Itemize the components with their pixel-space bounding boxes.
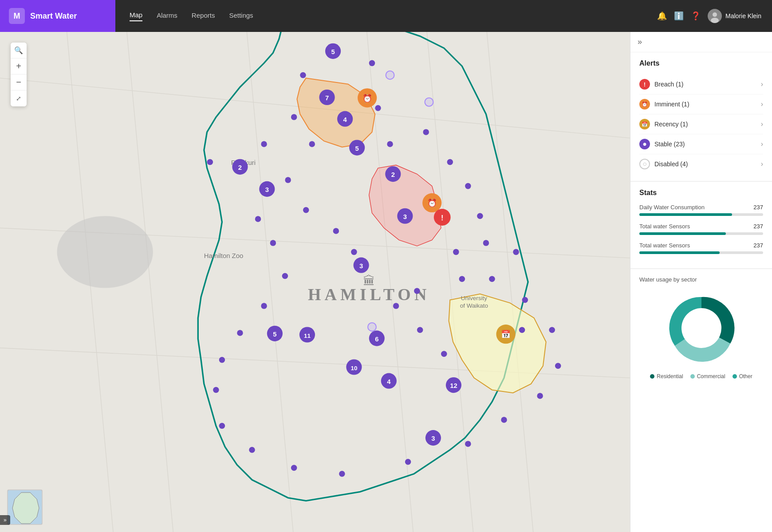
- donut-chart: [662, 288, 741, 368]
- svg-text:3: 3: [431, 435, 435, 442]
- svg-text:3: 3: [403, 213, 407, 220]
- help-icon[interactable]: ❓: [691, 11, 701, 21]
- right-panel: » Alerts ! Breach (1) › ⏰ Imminent (1) ›: [630, 32, 772, 532]
- svg-point-62: [261, 141, 267, 147]
- svg-point-28: [309, 141, 315, 147]
- stats-section: Stats Daily Water Consumption 237 Total …: [630, 181, 772, 268]
- user-info[interactable]: Malorie Klein: [708, 9, 761, 23]
- fullscreen-button[interactable]: ⤢: [11, 90, 27, 106]
- stats-title: Stats: [639, 189, 763, 197]
- svg-point-31: [333, 228, 339, 234]
- stat-total1: Total water Sensors 237: [639, 223, 763, 235]
- chart-title: Water usage by sector: [639, 276, 763, 283]
- alert-disabled[interactable]: ○ Disabled (4) ›: [639, 154, 763, 174]
- stat-total2-value: 237: [753, 242, 763, 249]
- stat-total1-bar-bg: [639, 232, 763, 235]
- search-button[interactable]: 🔍: [11, 43, 27, 59]
- nav-reports[interactable]: Reports: [192, 12, 215, 21]
- svg-text:of Waikato: of Waikato: [460, 302, 488, 309]
- header-right: 🔔 ℹ️ ❓ Malorie Klein: [657, 9, 761, 23]
- map-area[interactable]: 🔍 + − ⤢: [0, 32, 630, 532]
- nav-settings[interactable]: Settings: [229, 12, 253, 21]
- svg-text:3: 3: [359, 262, 363, 270]
- info-icon[interactable]: ℹ️: [674, 11, 684, 21]
- svg-point-27: [375, 105, 381, 111]
- svg-point-34: [423, 129, 429, 135]
- svg-point-66: [417, 327, 423, 333]
- alert-imminent[interactable]: ⏰ Imminent (1) ›: [639, 94, 763, 114]
- svg-point-39: [453, 249, 459, 255]
- brand: M Smart Water: [0, 0, 115, 32]
- svg-text:11: 11: [304, 332, 311, 339]
- mini-map[interactable]: [7, 489, 43, 525]
- stat-total1-header: Total water Sensors 237: [639, 223, 763, 230]
- stable-label: Stable (23): [654, 141, 685, 148]
- breach-icon: !: [639, 79, 650, 90]
- svg-text:5: 5: [355, 145, 359, 152]
- svg-text:!: !: [441, 214, 443, 222]
- zoom-in-button[interactable]: +: [11, 59, 27, 74]
- disabled-arrow: ›: [761, 160, 763, 168]
- legend-commercial: Commercial: [690, 373, 725, 379]
- imminent-label: Imminent (1): [654, 101, 689, 108]
- avatar: [708, 9, 722, 23]
- svg-text:12: 12: [450, 382, 457, 389]
- legend-other: Other: [733, 373, 752, 379]
- alerts-section: Alerts ! Breach (1) › ⏰ Imminent (1) ›: [630, 52, 772, 181]
- svg-text:📅: 📅: [501, 329, 511, 339]
- recency-label: Recency (1): [654, 121, 688, 128]
- svg-point-25: [369, 60, 375, 66]
- stat-daily: Daily Water Consumption 237: [639, 204, 763, 216]
- svg-text:⏰: ⏰: [427, 198, 437, 208]
- svg-point-44: [519, 327, 525, 333]
- alert-breach[interactable]: ! Breach (1) ›: [639, 74, 763, 94]
- legend-residential: Residential: [650, 373, 683, 379]
- svg-text:2: 2: [391, 171, 395, 178]
- svg-point-1: [713, 12, 717, 17]
- map-svg: HAMILTON 🏛 Rotokuri Hamilton Zoo Univers…: [0, 32, 630, 532]
- svg-text:4: 4: [343, 116, 347, 123]
- svg-point-38: [483, 240, 489, 246]
- svg-point-63: [207, 159, 213, 165]
- svg-point-30: [303, 207, 309, 213]
- svg-point-17: [57, 216, 153, 288]
- commercial-dot: [690, 374, 695, 379]
- zoom-out-button[interactable]: −: [11, 74, 27, 90]
- alert-imminent-left: ⏰ Imminent (1): [639, 99, 689, 110]
- bell-icon[interactable]: 🔔: [657, 11, 667, 21]
- svg-text:7: 7: [325, 94, 329, 102]
- stat-total1-bar-fill: [639, 232, 726, 235]
- svg-point-53: [249, 447, 255, 453]
- svg-point-33: [387, 141, 393, 147]
- other-dot: [733, 374, 737, 379]
- commercial-label: Commercial: [697, 373, 725, 379]
- svg-point-32: [351, 249, 357, 255]
- alerts-title: Alerts: [639, 59, 763, 67]
- svg-point-48: [501, 417, 507, 423]
- svg-text:⏰: ⏰: [362, 94, 372, 103]
- mini-map-expand[interactable]: »: [0, 515, 10, 525]
- alert-recency[interactable]: 📅 Recency (1) ›: [639, 114, 763, 134]
- stat-total2-label: Total water Sensors: [639, 242, 690, 249]
- svg-point-43: [522, 297, 528, 303]
- svg-point-58: [261, 303, 267, 309]
- svg-point-49: [465, 441, 471, 447]
- brand-letter: M: [9, 8, 25, 24]
- disabled-icon: ○: [639, 159, 650, 169]
- stat-daily-value: 237: [753, 204, 763, 211]
- nav-alarms[interactable]: Alarms: [157, 12, 177, 21]
- alert-stable-left: ● Stable (23): [639, 139, 685, 149]
- panel-toggle[interactable]: »: [630, 32, 772, 52]
- disabled-label: Disabled (4): [654, 160, 688, 168]
- stat-total2-header: Total water Sensors 237: [639, 242, 763, 249]
- svg-text:6: 6: [375, 336, 378, 343]
- imminent-arrow: ›: [761, 100, 763, 108]
- svg-point-68: [386, 71, 394, 79]
- stat-total2-bar-bg: [639, 251, 763, 254]
- residential-dot: [650, 374, 654, 379]
- alert-stable[interactable]: ● Stable (23) ›: [639, 134, 763, 154]
- donut-container: [639, 288, 763, 368]
- svg-text:2: 2: [238, 164, 242, 171]
- nav-map[interactable]: Map: [130, 11, 142, 21]
- stat-daily-bar-fill: [639, 213, 732, 216]
